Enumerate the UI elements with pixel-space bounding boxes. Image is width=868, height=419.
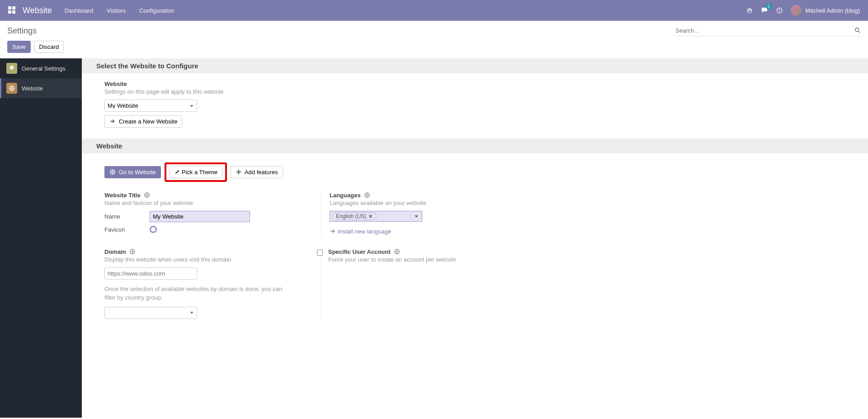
svg-rect-3 — [12, 10, 15, 14]
col-specific-user: Specific User Account Force your user to… — [321, 248, 538, 319]
sidebar-item-website[interactable]: Website — [0, 78, 82, 98]
add-features-button[interactable]: Add features — [231, 166, 283, 178]
top-nav: Website Dashboard Visitors Configuration… — [0, 0, 868, 21]
section-website-title: Website — [82, 138, 868, 153]
top-menu: Dashboard Visitors Configuration — [65, 7, 186, 14]
create-website-label: Create a New Website — [119, 118, 178, 125]
search-input[interactable] — [675, 25, 852, 36]
create-website-button[interactable]: Create a New Website — [104, 115, 182, 128]
domain-note: Once the selection of available websites… — [104, 285, 294, 302]
setting-website-help: Settings on this page will apply to this… — [104, 88, 854, 95]
brand-title[interactable]: Website — [23, 6, 52, 15]
domain-label: Domain — [104, 248, 310, 255]
sidebar-item-general-settings[interactable]: General Settings — [0, 58, 82, 78]
name-label: Name — [104, 213, 150, 220]
favicon-icon[interactable] — [150, 226, 157, 233]
domain-input[interactable] — [104, 267, 197, 280]
search-icon[interactable] — [852, 27, 861, 34]
website-buttons: Go to Website Pick a Theme Add features — [104, 162, 854, 182]
language-tag: English (US) ✕ — [332, 212, 377, 220]
col-left: Website Title Name and favicon of your w… — [104, 192, 321, 237]
website-select[interactable]: My Website — [104, 100, 197, 112]
save-button[interactable]: Save — [7, 41, 31, 53]
specific-user-help: Force your user to create an account per… — [328, 256, 456, 263]
bug-icon[interactable] — [746, 7, 753, 14]
gear-icon — [6, 63, 17, 74]
section-select-website: Website Settings on this page will apply… — [82, 73, 868, 138]
page-header: Settings — [0, 21, 868, 39]
body: General Settings Website Select the Webs… — [0, 58, 868, 418]
col-domain: Domain Display this website when users v… — [104, 248, 321, 319]
sidebar: General Settings Website — [0, 58, 82, 418]
svg-point-5 — [855, 28, 859, 32]
search-box — [675, 25, 861, 36]
sidebar-item-label: General Settings — [22, 65, 66, 72]
website-title-help: Name and favicon of your website — [104, 200, 310, 206]
website-select-wrap: My Website — [104, 100, 197, 112]
languages-select[interactable]: English (US) ✕ — [330, 211, 422, 222]
remove-language-icon[interactable]: ✕ — [368, 214, 373, 219]
avatar — [791, 5, 802, 16]
chat-icon[interactable]: 5 — [761, 7, 768, 14]
col-right: Languages Languages available on your we… — [321, 192, 538, 237]
globe-icon — [364, 192, 370, 198]
main-panel: Select the Website to Configure Website … — [82, 58, 868, 418]
name-input[interactable] — [150, 211, 250, 222]
country-group-select-wrap — [104, 307, 197, 319]
favicon-label: Favicon — [104, 226, 150, 233]
section-select-website-title: Select the Website to Configure — [82, 58, 868, 73]
menu-configuration[interactable]: Configuration — [139, 7, 174, 14]
section-website: Go to Website Pick a Theme Add features … — [82, 153, 868, 330]
specific-user-checkbox[interactable] — [317, 250, 323, 256]
languages-label: Languages — [330, 192, 528, 199]
add-features-label: Add features — [245, 169, 278, 176]
discard-button[interactable]: Discard — [34, 41, 64, 53]
setting-website-label: Website — [104, 81, 854, 87]
action-bar: Save Discard — [0, 39, 868, 58]
svg-rect-2 — [8, 10, 11, 14]
go-to-website-button[interactable]: Go to Website — [104, 166, 161, 178]
menu-dashboard[interactable]: Dashboard — [65, 7, 94, 14]
user-name: Mitchell Admin (blog) — [805, 7, 860, 14]
chat-badge: 5 — [766, 4, 772, 10]
specific-user-label: Specific User Account — [328, 248, 456, 255]
globe-icon — [129, 248, 136, 255]
globe-icon — [6, 83, 17, 94]
pick-theme-button[interactable]: Pick a Theme — [169, 166, 222, 178]
go-to-website-label: Go to Website — [119, 169, 156, 176]
clock-icon[interactable] — [776, 7, 783, 14]
domain-help: Display this website when users visit th… — [104, 256, 310, 263]
user-menu[interactable]: Mitchell Admin (blog) — [791, 5, 860, 16]
menu-visitors[interactable]: Visitors — [107, 7, 126, 14]
svg-rect-1 — [12, 6, 15, 10]
highlight-pick-theme: Pick a Theme — [165, 162, 227, 182]
apps-icon[interactable] — [8, 6, 16, 14]
website-title-label: Website Title — [104, 192, 310, 199]
install-language-link[interactable]: Install new language — [330, 228, 528, 235]
country-group-select[interactable] — [104, 307, 197, 319]
pick-theme-label: Pick a Theme — [182, 169, 217, 176]
page-title: Settings — [7, 25, 37, 36]
sidebar-item-label: Website — [22, 85, 43, 92]
svg-rect-0 — [8, 6, 11, 10]
globe-icon — [394, 248, 400, 255]
languages-help: Languages available on your website — [330, 200, 528, 206]
globe-icon — [144, 192, 150, 198]
